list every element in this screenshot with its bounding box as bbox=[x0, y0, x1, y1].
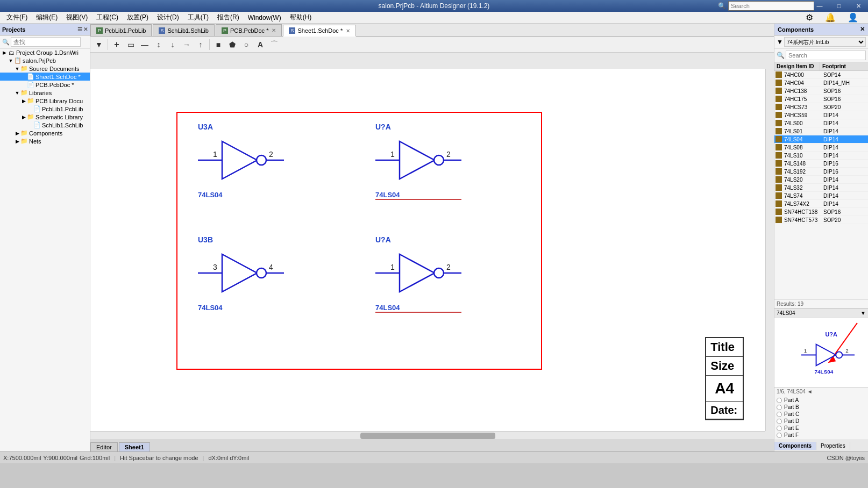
component-list-item[interactable]: 74HCS59DIP14 bbox=[774, 111, 868, 119]
bus-button[interactable]: ↕ bbox=[152, 38, 165, 51]
panel-close-icon[interactable]: ✕ bbox=[83, 26, 88, 32]
component-list-item[interactable]: 74LS10DIP14 bbox=[774, 152, 868, 160]
line-button[interactable]: — bbox=[138, 38, 151, 51]
component-u3a[interactable]: U3A 1 2 bbox=[198, 123, 284, 199]
svg-point-29 bbox=[836, 352, 842, 358]
components-panel-close[interactable]: ✕ bbox=[860, 26, 865, 33]
notification-icon[interactable]: 🔔 bbox=[821, 11, 840, 24]
horizontal-scrollbar[interactable] bbox=[90, 431, 765, 440]
add-wire-button[interactable]: + bbox=[110, 38, 123, 51]
comp-id: SN74HCT138 bbox=[783, 209, 822, 216]
tree-item[interactable]: ▶📁Schematic Library bbox=[0, 113, 90, 121]
tree-item[interactable]: 📄PcbLib1.PcbLib bbox=[0, 105, 90, 113]
component-table-header: Design Item ID Footprint bbox=[774, 62, 868, 71]
tab-pcbdoc-close[interactable]: ✕ bbox=[272, 27, 276, 33]
component-list-item[interactable]: 74HC04DIP14_MH bbox=[774, 79, 868, 87]
panel-menu-icon[interactable]: ☰ bbox=[77, 26, 82, 32]
component-list-item[interactable]: 74LS74DIP14 bbox=[774, 192, 868, 200]
tree-item[interactable]: 📄PCB.PcbDoc * bbox=[0, 81, 90, 89]
tab-sheet1[interactable]: S Sheet1.SchDoc * ✕ bbox=[283, 25, 356, 37]
tree-item-label: Components bbox=[29, 130, 62, 137]
component-list-item[interactable]: 74LS20DIP14 bbox=[774, 176, 868, 184]
component-u3b[interactable]: U3B 3 4 74LS04 bbox=[198, 235, 284, 312]
component-search-input[interactable] bbox=[786, 51, 866, 60]
editor-tab-sheet1[interactable]: Sheet1 bbox=[119, 442, 150, 451]
part-item[interactable]: Part F bbox=[777, 432, 866, 439]
component-list-item[interactable]: 74LS192DIP16 bbox=[774, 168, 868, 176]
vertical-scrollbar[interactable] bbox=[765, 69, 774, 431]
tab-sheet1-close[interactable]: ✕ bbox=[346, 28, 350, 34]
component-list-item[interactable]: 74LS74X2DIP14 bbox=[774, 200, 868, 208]
filter-button[interactable]: ▼ bbox=[93, 38, 105, 51]
tab-schlib[interactable]: S SchLib1.SchLib bbox=[153, 24, 214, 36]
tree-item[interactable]: ▼📁Source Documents bbox=[0, 64, 90, 73]
library-select[interactable]: 74系列芯片.IntLib bbox=[784, 37, 866, 47]
restore-button[interactable]: □ bbox=[829, 0, 849, 12]
bottom-tab-components[interactable]: Components bbox=[774, 442, 816, 450]
component-list-item[interactable]: 74LS148DIP16 bbox=[774, 160, 868, 168]
tree-item[interactable]: ▼📁Libraries bbox=[0, 89, 90, 97]
menu-view[interactable]: 视图(V) bbox=[62, 12, 92, 23]
menu-reports[interactable]: 报告(R) bbox=[213, 12, 244, 23]
power-button[interactable]: ↑ bbox=[194, 38, 207, 51]
part-item[interactable]: Part A bbox=[777, 397, 866, 404]
editor-tab-editor[interactable]: Editor bbox=[90, 442, 118, 451]
tree-item[interactable]: ▶🗂Project Group 1.DsnWri bbox=[0, 49, 90, 56]
menu-help[interactable]: 帮助(H) bbox=[286, 12, 316, 23]
schematic-canvas[interactable]: U3A 1 2 bbox=[90, 69, 765, 431]
component-list-item[interactable]: 74LS00DIP14 bbox=[774, 119, 868, 127]
tree-item[interactable]: ▼📋salon.PrjPcb bbox=[0, 56, 90, 64]
part-item[interactable]: Part D bbox=[777, 418, 866, 425]
detail-expand[interactable]: ▼ bbox=[860, 310, 866, 316]
menu-place[interactable]: 放置(P) bbox=[123, 12, 153, 23]
title-search-input[interactable] bbox=[728, 1, 814, 11]
component-list-item[interactable]: SN74HCT573SOP20 bbox=[774, 216, 868, 224]
user-icon[interactable]: 👤 bbox=[843, 11, 863, 24]
tree-item[interactable]: 📄Sheet1.SchDoc * bbox=[0, 73, 90, 81]
component-list-item[interactable]: 74HC138SOP16 bbox=[774, 87, 868, 95]
part-item[interactable]: Part C bbox=[777, 411, 866, 418]
part-item[interactable]: Part B bbox=[777, 404, 866, 411]
net-button[interactable]: ↓ bbox=[166, 38, 179, 51]
box-button[interactable]: ■ bbox=[212, 38, 225, 51]
menu-design[interactable]: 设计(D) bbox=[153, 12, 183, 23]
part-item[interactable]: Part E bbox=[777, 425, 866, 432]
component-list-item[interactable]: 74HC175SOP16 bbox=[774, 95, 868, 103]
tab-pcblib[interactable]: P PcbLib1.PcbLib bbox=[90, 24, 152, 36]
component-list-item[interactable]: 74LS01DIP14 bbox=[774, 127, 868, 135]
projects-panel-header: Projects ☰ ✕ bbox=[0, 24, 90, 35]
tree-item[interactable]: ▶📁Components bbox=[0, 129, 90, 137]
tree-item[interactable]: ▶📁PCB Library Docu bbox=[0, 97, 90, 105]
component-list-item[interactable]: 74LS32DIP14 bbox=[774, 184, 868, 192]
tree-file-icon: 📋 bbox=[14, 57, 22, 64]
close-button[interactable]: ✕ bbox=[849, 0, 868, 12]
arc-button[interactable]: ⌒ bbox=[268, 38, 281, 51]
menu-edit[interactable]: 编辑(E) bbox=[32, 12, 62, 23]
component-list-item[interactable]: 74LS04DIP14 bbox=[774, 135, 868, 143]
comp-icon bbox=[775, 71, 782, 78]
settings-icon[interactable]: ⚙ bbox=[801, 11, 817, 24]
component-list-item[interactable]: 74HCS73SOP20 bbox=[774, 103, 868, 111]
minimize-button[interactable]: — bbox=[810, 0, 829, 12]
text-button[interactable]: A bbox=[254, 38, 267, 51]
menu-project[interactable]: 工程(C) bbox=[92, 12, 123, 23]
circle-button[interactable]: ○ bbox=[240, 38, 253, 51]
menu-tools[interactable]: 工具(T) bbox=[183, 12, 213, 23]
project-search-input[interactable] bbox=[11, 37, 81, 47]
menu-window[interactable]: Window(W) bbox=[244, 13, 286, 23]
component-list-item[interactable]: 74LS08DIP14 bbox=[774, 143, 868, 152]
component-uqa-bot[interactable]: U?A 1 2 74LS04 bbox=[375, 235, 461, 313]
comp-id: 74LS32 bbox=[783, 184, 822, 191]
component-list-item[interactable]: 74HC00SOP14 bbox=[774, 71, 868, 79]
menu-file[interactable]: 文件(F) bbox=[2, 12, 32, 23]
rectangle-button[interactable]: ▭ bbox=[124, 38, 137, 51]
component-list-item[interactable]: SN74HCT138SOP16 bbox=[774, 208, 868, 216]
bottom-tab-properties[interactable]: Properties bbox=[816, 442, 850, 450]
component-uqa-top[interactable]: U?A 1 2 74LS04 bbox=[375, 123, 461, 200]
arrow-button[interactable]: → bbox=[180, 38, 193, 51]
poly-button[interactable]: ⬟ bbox=[226, 38, 239, 51]
tab-pcbdoc[interactable]: P PCB.PcbDoc * ✕ bbox=[216, 24, 282, 36]
tree-item[interactable]: ▶📁Nets bbox=[0, 137, 90, 145]
tree-item[interactable]: 📄SchLib1.SchLib bbox=[0, 121, 90, 129]
size-row: Size bbox=[706, 357, 743, 376]
